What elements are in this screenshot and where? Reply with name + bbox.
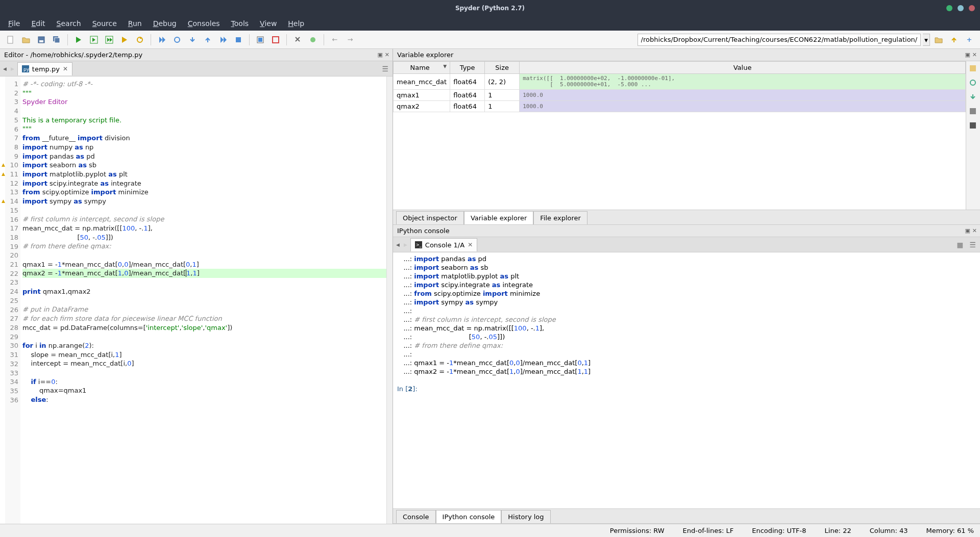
console-tab-label: Console 1/A <box>425 241 464 249</box>
editor-scrollbar[interactable] <box>386 76 393 524</box>
tab-options-icon[interactable]: ☰ <box>380 65 390 73</box>
svg-rect-4 <box>55 38 60 43</box>
tab-close-icon[interactable]: ✕ <box>63 65 68 72</box>
tab-history-log[interactable]: History log <box>501 510 550 523</box>
preferences-button[interactable] <box>291 33 304 46</box>
file-tab-temp[interactable]: py temp.py ✕ <box>17 62 72 75</box>
console-tab[interactable]: >_ Console 1/A ✕ <box>410 238 477 251</box>
svg-rect-2 <box>39 40 43 42</box>
console-options-icon[interactable]: ☰ <box>967 241 978 249</box>
window-title: Spyder (Python 2.7) <box>455 5 525 12</box>
tab-object-inspector[interactable]: Object inspector <box>396 211 464 224</box>
status-eol: End-of-lines: LF <box>683 527 734 534</box>
run-cell-advance-button[interactable] <box>103 33 116 46</box>
tab-console[interactable]: Console <box>396 510 436 523</box>
back-button[interactable]: ← <box>328 33 341 46</box>
menu-edit[interactable]: Edit <box>26 17 50 30</box>
menu-file[interactable]: File <box>3 17 25 30</box>
var-col-name[interactable]: Name▼ <box>394 62 450 74</box>
run-selection-button[interactable] <box>118 33 131 46</box>
editor-path-label: Editor - /home/robhicks/.spyder2/temp.py <box>4 51 142 59</box>
run-last-button[interactable] <box>133 33 146 46</box>
parent-dir-button[interactable] <box>947 33 961 46</box>
console-tabbar: ◀ ▶ >_ Console 1/A ✕ ■ ☰ <box>393 237 980 252</box>
new-file-button[interactable] <box>4 33 17 46</box>
tab-next-icon[interactable]: ▶ <box>10 66 15 71</box>
var-col-value[interactable]: Value <box>520 62 966 74</box>
line-gutter: 1234567891011121314151617181920212223242… <box>5 76 20 524</box>
refresh-icon[interactable] <box>969 79 978 88</box>
panel-close-icon[interactable]: ✕ <box>972 52 977 58</box>
tab-prev-icon[interactable]: ◀ <box>2 66 8 71</box>
menu-view[interactable]: View <box>255 17 282 30</box>
svg-rect-18 <box>970 108 976 114</box>
svg-rect-19 <box>970 122 976 129</box>
add-path-button[interactable]: + <box>963 33 976 46</box>
open-file-button[interactable] <box>19 33 33 46</box>
panel-undock-icon[interactable]: ▣ <box>965 227 970 234</box>
console-icon: >_ <box>415 241 422 248</box>
step-out-button[interactable] <box>201 33 214 46</box>
maximize-pane-button[interactable] <box>254 33 267 46</box>
debug-button[interactable] <box>155 33 168 46</box>
save-data-icon[interactable] <box>969 107 978 116</box>
working-dir-input[interactable] <box>638 34 921 46</box>
menu-search[interactable]: Search <box>52 17 86 30</box>
save-all-button[interactable] <box>50 33 63 46</box>
file-tab-label: temp.py <box>32 65 60 73</box>
var-row-mean_mcc_dat[interactable]: mean_mcc_datfloat64(2, 2)matrix([[ 1.000… <box>394 74 966 90</box>
var-row-qmax2[interactable]: qmax2float6411000.0 <box>394 101 966 112</box>
export-data-icon[interactable] <box>969 93 978 102</box>
menu-help[interactable]: Help <box>283 17 309 30</box>
minimize-icon[interactable] <box>946 5 952 11</box>
python-path-button[interactable] <box>306 33 320 46</box>
ipython-console[interactable]: ...: import pandas as pd ...: import sea… <box>393 252 980 508</box>
menu-run[interactable]: Run <box>123 17 147 30</box>
maximize-icon[interactable] <box>958 5 964 11</box>
console-stop-icon[interactable]: ■ <box>954 241 965 249</box>
forward-button[interactable]: → <box>344 33 357 46</box>
import-data-icon[interactable] <box>969 64 978 73</box>
tab-file-explorer[interactable]: File explorer <box>533 211 587 224</box>
menu-consoles[interactable]: Consoles <box>183 17 225 30</box>
var-col-type[interactable]: Type <box>450 62 485 74</box>
var-col-size[interactable]: Size <box>485 62 520 74</box>
tab-ipython-console[interactable]: IPython console <box>436 510 502 523</box>
svg-text:py: py <box>23 67 29 72</box>
save-button[interactable] <box>35 33 48 46</box>
var-row-qmax1[interactable]: qmax1float6411000.0 <box>394 90 966 101</box>
tab-close-icon[interactable]: ✕ <box>468 241 473 248</box>
step-button[interactable] <box>170 33 184 46</box>
run-cell-button[interactable] <box>87 33 101 46</box>
status-permissions: Permissions: RW <box>610 527 665 534</box>
step-into-button[interactable] <box>186 33 199 46</box>
panel-undock-icon[interactable]: ▣ <box>377 52 382 58</box>
tab-variable-explorer[interactable]: Variable explorer <box>464 211 533 224</box>
fullscreen-button[interactable] <box>269 33 282 46</box>
panel-undock-icon[interactable]: ▣ <box>965 52 970 58</box>
menu-debug[interactable]: Debug <box>148 17 182 30</box>
menu-source[interactable]: Source <box>87 17 122 30</box>
save-as-icon[interactable] <box>969 121 978 131</box>
variable-table[interactable]: Name▼TypeSizeValuemean_mcc_datfloat64(2,… <box>393 61 966 112</box>
panel-close-icon[interactable]: ✕ <box>385 52 389 58</box>
path-dropdown-icon[interactable]: ▼ <box>923 34 930 46</box>
menu-tools[interactable]: Tools <box>226 17 254 30</box>
python-file-icon: py <box>22 65 29 72</box>
tab-prev-icon[interactable]: ◀ <box>395 242 401 247</box>
continue-button[interactable] <box>216 33 230 46</box>
tab-next-icon[interactable]: ▶ <box>403 242 408 247</box>
window-controls <box>946 5 975 11</box>
code-editor[interactable]: # -*- coding: utf-8 -*-"""Spyder Editor … <box>20 76 386 524</box>
panel-close-icon[interactable]: ✕ <box>972 227 977 234</box>
status-column: Column: 43 <box>870 527 908 534</box>
close-icon[interactable] <box>969 5 975 11</box>
stop-debug-button[interactable] <box>232 33 245 46</box>
svg-point-13 <box>310 37 315 42</box>
browse-dir-button[interactable] <box>932 33 945 46</box>
console-tabs: ConsoleIPython consoleHistory log <box>393 508 980 524</box>
toolbar: ← → ▼ + <box>0 31 980 49</box>
varexp-title: Variable explorer ▣ ✕ <box>393 49 980 61</box>
status-memory: Memory: 61 % <box>926 527 974 534</box>
run-button[interactable] <box>72 33 85 46</box>
